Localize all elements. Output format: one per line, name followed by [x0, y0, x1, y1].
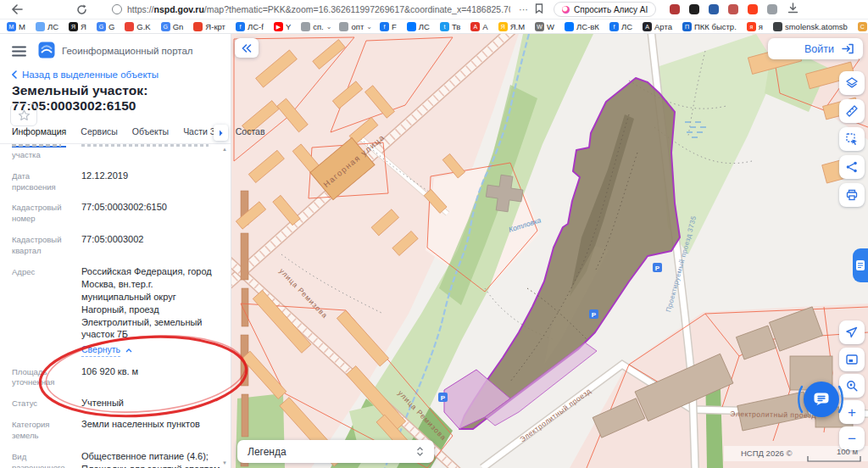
bookmark-item[interactable]: smolensk.atomsb — [773, 22, 850, 31]
bookmark-item[interactable]: G G — [97, 22, 117, 31]
bookmark-item[interactable]: П ПКК быстр. — [682, 22, 739, 31]
map-attribution: НСПД 2026 © — [741, 448, 792, 458]
extension-icon[interactable] — [709, 4, 719, 14]
legend-bar[interactable]: Легенда — [237, 440, 434, 463]
bookmark-favicon: f — [609, 22, 619, 31]
tab-services[interactable]: Сервисы — [81, 126, 118, 143]
field-row-status: Статус Учтенный — [12, 397, 223, 410]
page-title: Земельный участок: 77:05:0003002:6150 — [12, 83, 231, 114]
minimap-icon — [845, 353, 859, 366]
bookmark-favicon: f — [380, 22, 389, 31]
scroll-up-icon[interactable]: ▲ — [222, 147, 227, 152]
back-icon[interactable] — [10, 3, 24, 16]
chevron-right-icon — [219, 130, 223, 136]
bookmark-favicon — [301, 22, 310, 31]
extension-icon[interactable] — [767, 4, 777, 14]
bookmark-item[interactable]: G Gn — [161, 22, 186, 31]
extension-icon[interactable] — [728, 4, 738, 14]
star-icon — [18, 109, 31, 121]
legend-label: Легенда — [248, 446, 287, 458]
bookmark-favicon: W — [535, 22, 544, 31]
browser-toolbar: https://nspd.gov.ru/map?thematic=PKK&zoo… — [0, 0, 868, 20]
bookmark-item[interactable]: A А — [470, 22, 490, 31]
back-link[interactable]: Назад в выделенные объекты — [12, 70, 159, 80]
bookmark-item[interactable]: M М — [7, 22, 28, 31]
share-icon — [845, 160, 859, 174]
field-row-cadastral-quarter: Кадастровый квартал 77:05:0003002 — [12, 233, 223, 257]
bookmark-favicon — [407, 22, 416, 31]
bookmark-flag-icon[interactable] — [535, 2, 543, 17]
bookmark-item[interactable]: G.K — [125, 22, 153, 31]
my-location-button[interactable] — [839, 320, 865, 344]
bookmark-favicon: M — [7, 22, 16, 31]
bookmark-item[interactable]: Я Я — [69, 22, 89, 31]
field-row-cadastral-number: Кадастровый номер 77:05:0003002:6150 — [12, 201, 223, 225]
login-button[interactable]: Войти — [768, 38, 863, 59]
app-title: Геоинформационный портал — [62, 46, 193, 56]
bookmark-item[interactable]: я я — [747, 22, 765, 31]
tab-composition[interactable]: Состав — [236, 126, 265, 143]
tabs-scroll-right-button[interactable] — [214, 125, 228, 141]
bookmark-item[interactable]: Я Я.М — [498, 22, 527, 31]
bookmark-favicon — [125, 22, 134, 31]
bookmark-item[interactable]: f F — [380, 22, 399, 31]
bookmarks-bar: M М ЛС Я Я G G — [0, 20, 868, 34]
chevron-left-icon — [12, 70, 17, 79]
bookmark-favicon: Я — [498, 22, 508, 31]
field-row-area: Площадь уточненная 106 920 кв. м — [12, 365, 223, 389]
tab-information[interactable]: Информация — [12, 126, 66, 143]
extension-icon[interactable] — [689, 4, 699, 14]
bookmark-favicon: ▶ — [274, 22, 283, 31]
chat-bubble-icon — [813, 392, 830, 407]
bookmark-item[interactable]: сп. ⌄ — [301, 22, 331, 31]
bookmark-item[interactable]: t Тв — [440, 22, 463, 31]
nspd-logo-icon — [38, 42, 55, 58]
bookmark-item[interactable]: опт ⌄ — [339, 22, 371, 31]
site-info-icon[interactable] — [112, 4, 122, 14]
feedback-tab[interactable] — [853, 248, 868, 282]
scroll-down-icon[interactable]: ▼ — [222, 460, 227, 465]
chat-button[interactable] — [804, 382, 839, 417]
bookmark-item[interactable]: A Арта — [643, 22, 675, 31]
alice-button[interactable]: Спросить Алису AI — [554, 2, 656, 17]
map-canvas[interactable]: P P P Нагорная улица улица Ремизова улиц… — [231, 34, 868, 468]
collapse-panel-button[interactable] — [235, 38, 259, 58]
url-overflow-icon[interactable]: ··· — [519, 4, 528, 14]
bookmark-item[interactable]: ЛС — [36, 22, 61, 31]
print-button[interactable] — [839, 183, 865, 207]
measure-button[interactable] — [839, 99, 865, 123]
menu-icon[interactable] — [12, 45, 26, 56]
select-area-button[interactable] — [839, 127, 865, 151]
minimap-button[interactable] — [839, 348, 865, 371]
extension-icon[interactable] — [748, 4, 758, 14]
reload-icon[interactable] — [75, 3, 88, 16]
downloads-icon[interactable] — [787, 2, 798, 17]
bookmark-item[interactable]: Я-крт — [193, 22, 228, 31]
tab-objects[interactable]: Объекты — [132, 126, 169, 143]
bookmark-item[interactable]: f ЛС — [609, 22, 635, 31]
address-bar[interactable]: https://nspd.gov.ru/map?thematic=PKK&zoo… — [112, 3, 510, 16]
bookmark-item[interactable]: ЛС — [407, 22, 432, 31]
bookmark-item[interactable]: ЛС-вК — [565, 22, 602, 31]
extension-icon[interactable] — [670, 4, 680, 14]
field-row-land-category: Категория земель Земли населенных пункто… — [12, 418, 223, 442]
bookmark-favicon: A — [643, 22, 652, 31]
bookmark-item[interactable]: C Compressor — [858, 22, 868, 31]
select-area-icon — [845, 132, 859, 146]
field-row-clipped: участка — [12, 144, 223, 161]
favorite-button[interactable] — [10, 103, 37, 126]
bookmark-item[interactable]: ▶ Y — [274, 22, 293, 31]
bookmark-favicon: G — [97, 22, 106, 31]
bookmark-item[interactable]: W W — [535, 22, 557, 31]
bookmark-favicon — [193, 22, 203, 31]
double-chevron-left-icon — [242, 44, 252, 53]
share-button[interactable] — [839, 155, 865, 179]
layers-button[interactable] — [839, 71, 865, 95]
info-panel: Геоинформационный портал Назад в выделен… — [0, 34, 231, 468]
alice-label: Спросить Алису AI — [574, 5, 648, 14]
login-icon — [841, 42, 854, 55]
field-row-date: Дата присвоения 12.12.2019 — [12, 170, 223, 193]
collapse-link[interactable]: Свернуть — [81, 343, 120, 356]
bookmark-item[interactable]: f ЛС-f — [236, 22, 266, 31]
alice-icon — [562, 6, 570, 14]
